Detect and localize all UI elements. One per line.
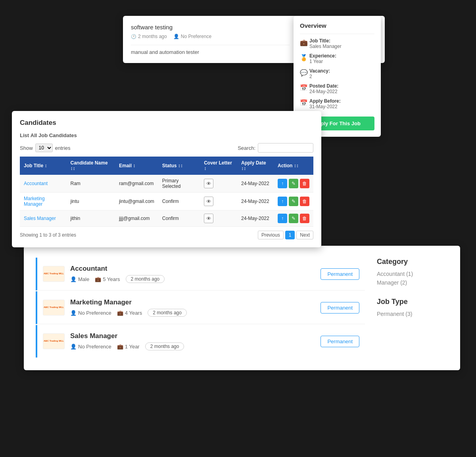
edit-button[interactable]: ✎ <box>289 179 298 188</box>
category-section: Category Accountant (1)Manager (2) <box>377 258 448 286</box>
job-title-link[interactable]: Accountant <box>24 181 48 186</box>
job-card: ABC Trading WLL Marketing Manager 👤 No P… <box>36 291 365 324</box>
job-type-heading: Job Type <box>377 298 448 306</box>
cell-name: jithin <box>67 210 115 227</box>
listings-main: ABC Trading WLL Accountant 👤 Male 💼 5 Ye… <box>36 258 365 358</box>
show-entries-control: Show 10 25 50 entries <box>20 143 71 152</box>
category-link[interactable]: Accountant (1) <box>377 271 448 277</box>
edit-icon: ✎ <box>292 181 296 186</box>
col-action: Action ↕↕ <box>274 157 313 175</box>
job-tags: 👤 No Preference 💼 1 Year 2 months ago <box>70 342 321 350</box>
gender-tag: 👤 Male <box>70 276 89 282</box>
job-detail-meta: 2 months ago 👤 No Preference <box>131 34 290 39</box>
cell-email: jintu@gmail.com <box>115 193 158 210</box>
job-title-link[interactable]: Sales Manager <box>24 216 56 221</box>
job-listing-title: Marketing Manager <box>70 298 321 306</box>
user-icon: 👤 <box>70 344 77 350</box>
search-label: Search: <box>238 145 255 151</box>
briefcase-icon: 💼 <box>300 39 306 45</box>
view-cover-letter-button[interactable]: 👁 <box>204 214 213 223</box>
job-type-link[interactable]: Permanent (3) <box>377 311 448 317</box>
apply-before-icon: 📅 <box>300 99 306 105</box>
col-status: Status ↕↕ <box>158 157 200 175</box>
gender-tag: 👤 No Preference <box>70 344 111 350</box>
time-ago-badge: 2 months ago <box>145 342 184 350</box>
delete-button[interactable]: 🗑 <box>300 179 309 188</box>
listings-panel: ABC Trading WLL Accountant 👤 Male 💼 5 Ye… <box>24 246 460 370</box>
job-info: Marketing Manager 👤 No Preference 💼 4 Ye… <box>70 298 321 317</box>
cell-apply-date: 24-May-2022 <box>237 193 274 210</box>
col-email: Email ↕ <box>115 157 158 175</box>
delete-button[interactable]: 🗑 <box>300 197 309 206</box>
job-listing-title: Accountant <box>70 265 321 273</box>
table-header-row: Job Title ↕ Candidate Name ↕↕ Email ↕ St… <box>20 157 313 175</box>
candidates-panel: Candidates List All Job Candidates Show … <box>12 111 321 247</box>
cell-status: Primary Selected <box>158 175 200 193</box>
edit-button[interactable]: ✎ <box>289 197 298 206</box>
company-logo: ABC Trading WLL <box>43 266 65 282</box>
cell-actions: ↑ ✎ 🗑 <box>274 193 313 210</box>
listings-sidebar: Category Accountant (1)Manager (2) Job T… <box>377 258 448 358</box>
overview-experience: 🏅 Experience: 1 Year <box>300 53 374 64</box>
cell-apply-date: 24-May-2022 <box>237 210 274 227</box>
cell-status: Confirm <box>158 193 200 210</box>
col-candidate-name: Candidate Name ↕↕ <box>67 157 115 175</box>
entries-select[interactable]: 10 25 50 <box>35 143 53 152</box>
job-title-link[interactable]: Marketing Manager <box>24 196 45 207</box>
eye-icon: 👁 <box>206 216 211 222</box>
view-icon: ↑ <box>281 181 284 186</box>
candidates-title: Candidates <box>20 119 313 127</box>
job-type-button[interactable]: Permanent <box>321 302 359 314</box>
time-ago-badge: 2 months ago <box>148 309 187 317</box>
company-logo: ABC Trading WLL <box>43 300 65 316</box>
job-type-button[interactable]: Permanent <box>321 336 359 347</box>
search-input[interactable] <box>258 143 313 153</box>
view-icon: ↑ <box>281 199 284 204</box>
company-logo: ABC Trading WLL <box>43 333 65 349</box>
page-1-button[interactable]: 1 <box>285 231 295 239</box>
view-button[interactable]: ↑ <box>278 179 287 188</box>
delete-button[interactable]: 🗑 <box>300 214 309 223</box>
job-listing-title: Sales Manager <box>70 332 321 340</box>
edit-button[interactable]: ✎ <box>289 214 298 223</box>
trash-icon: 🗑 <box>302 199 307 204</box>
experience-icon: 🏅 <box>300 54 306 60</box>
company-name: ABC Trading WLL <box>44 272 64 275</box>
time-ago-badge: 2 months ago <box>126 275 165 283</box>
cell-email: ram@gmail.com <box>115 175 158 193</box>
vacancy-icon: 💬 <box>300 69 306 75</box>
section-label: List All Job Candidates <box>20 132 313 138</box>
cell-job-title: Accountant <box>20 175 67 193</box>
search-control: Search: <box>238 143 313 153</box>
view-icon: ↑ <box>281 216 284 221</box>
cell-status: Confirm <box>158 210 200 227</box>
view-cover-letter-button[interactable]: 👁 <box>204 179 213 188</box>
cell-cover-letter: 👁 <box>200 175 237 193</box>
prev-button[interactable]: Previous <box>258 231 284 239</box>
category-link[interactable]: Manager (2) <box>377 279 448 286</box>
eye-icon: 👁 <box>206 181 211 187</box>
next-button[interactable]: Next <box>296 231 313 239</box>
company-name: ABC Trading WLL <box>44 306 64 309</box>
gender-tag: 👤 No Preference <box>70 310 111 316</box>
view-button[interactable]: ↑ <box>278 197 287 206</box>
cell-cover-letter: 👁 <box>200 210 237 227</box>
table-row: Sales Manager jithin jjjj@gmail.com Conf… <box>20 210 313 227</box>
view-button[interactable]: ↑ <box>278 214 287 223</box>
job-card: ABC Trading WLL Accountant 👤 Male 💼 5 Ye… <box>36 258 365 291</box>
experience-tag: 💼 1 Year <box>117 344 140 350</box>
cell-cover-letter: 👁 <box>200 193 237 210</box>
cell-job-title: Marketing Manager <box>20 193 67 210</box>
edit-icon: ✎ <box>292 216 296 221</box>
cell-apply-date: 24-May-2022 <box>237 175 274 193</box>
overview-apply-before: 📅 Apply Before: 31-May-2022 <box>300 98 374 109</box>
cell-email: jjjj@gmail.com <box>115 210 158 227</box>
pagination: Previous 1 Next <box>258 231 313 239</box>
user-icon: 👤 <box>173 34 179 39</box>
job-type-button[interactable]: Permanent <box>321 268 359 280</box>
col-apply-date: Apply Date ↕↕ <box>237 157 274 175</box>
cell-actions: ↑ ✎ 🗑 <box>274 175 313 193</box>
overview-job-title: 💼 Job Title: Sales Manager <box>300 38 374 49</box>
view-cover-letter-button[interactable]: 👁 <box>204 197 213 206</box>
cell-name: jintu <box>67 193 115 210</box>
